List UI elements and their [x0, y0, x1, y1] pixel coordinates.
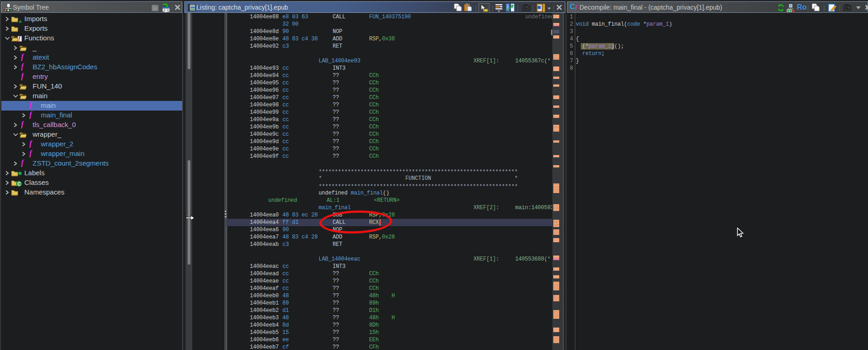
- svg-text:{}: {}: [18, 191, 22, 196]
- svg-text:C: C: [17, 182, 21, 187]
